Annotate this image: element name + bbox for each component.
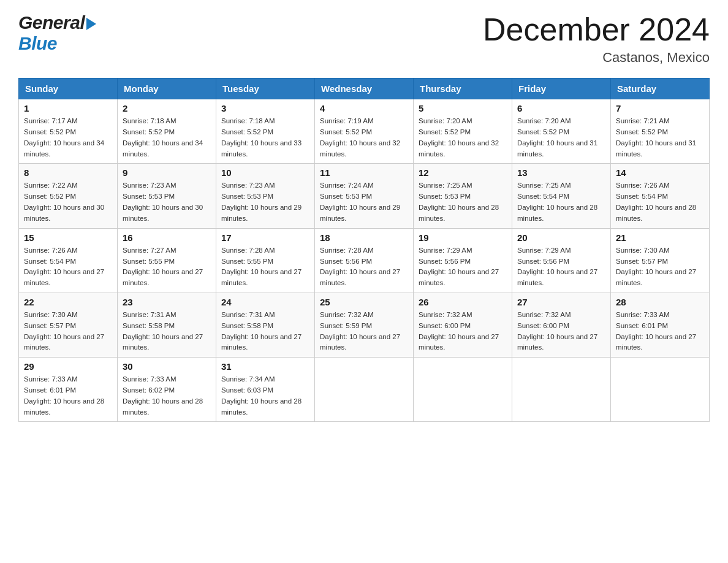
day-info: Sunrise: 7:34 AMSunset: 6:03 PMDaylight:…: [221, 374, 309, 418]
calendar-cell: 15Sunrise: 7:26 AMSunset: 5:54 PMDayligh…: [19, 228, 118, 293]
calendar-cell: 23Sunrise: 7:31 AMSunset: 5:58 PMDayligh…: [118, 293, 216, 357]
day-info: Sunrise: 7:23 AMSunset: 5:53 PMDaylight:…: [221, 180, 309, 224]
day-number: 28: [616, 297, 704, 307]
day-number: 17: [221, 232, 309, 243]
day-info: Sunrise: 7:31 AMSunset: 5:58 PMDaylight:…: [123, 310, 211, 353]
calendar-cell: 5Sunrise: 7:20 AMSunset: 5:52 PMDaylight…: [414, 99, 512, 164]
calendar-week-row: 29Sunrise: 7:33 AMSunset: 6:01 PMDayligh…: [19, 358, 710, 422]
calendar-cell: 17Sunrise: 7:28 AMSunset: 5:55 PMDayligh…: [216, 228, 315, 293]
day-number: 26: [419, 297, 507, 307]
day-number: 19: [419, 232, 507, 243]
calendar-cell: 19Sunrise: 7:29 AMSunset: 5:56 PMDayligh…: [414, 228, 512, 293]
calendar-cell: 11Sunrise: 7:24 AMSunset: 5:53 PMDayligh…: [315, 164, 414, 228]
title-section: December 2024 Castanos, Mexico: [483, 12, 710, 66]
month-title: December 2024: [483, 12, 710, 47]
day-info: Sunrise: 7:21 AMSunset: 5:52 PMDaylight:…: [616, 116, 704, 159]
day-info: Sunrise: 7:26 AMSunset: 5:54 PMDaylight:…: [616, 180, 704, 224]
day-info: Sunrise: 7:32 AMSunset: 6:00 PMDaylight:…: [517, 310, 605, 353]
day-number: 11: [320, 167, 408, 178]
calendar-header-row: Sunday Monday Tuesday Wednesday Thursday…: [19, 79, 710, 99]
col-thursday: Thursday: [414, 79, 512, 99]
day-number: 7: [616, 103, 704, 113]
day-number: 6: [517, 103, 605, 113]
day-info: Sunrise: 7:28 AMSunset: 5:56 PMDaylight:…: [320, 245, 408, 289]
calendar-cell: 28Sunrise: 7:33 AMSunset: 6:01 PMDayligh…: [611, 293, 710, 357]
calendar-cell: 10Sunrise: 7:23 AMSunset: 5:53 PMDayligh…: [216, 164, 315, 228]
calendar-cell: [315, 358, 414, 422]
day-number: 13: [517, 167, 605, 178]
day-number: 31: [221, 361, 309, 372]
col-monday: Monday: [118, 79, 216, 99]
logo-arrow-icon: [86, 18, 96, 30]
day-info: Sunrise: 7:27 AMSunset: 5:55 PMDaylight:…: [123, 245, 211, 289]
day-number: 25: [320, 297, 408, 307]
day-info: Sunrise: 7:22 AMSunset: 5:52 PMDaylight:…: [24, 180, 112, 224]
day-info: Sunrise: 7:25 AMSunset: 5:53 PMDaylight:…: [419, 180, 507, 224]
calendar-week-row: 22Sunrise: 7:30 AMSunset: 5:57 PMDayligh…: [19, 293, 710, 357]
calendar-cell: 9Sunrise: 7:23 AMSunset: 5:53 PMDaylight…: [118, 164, 216, 228]
calendar-cell: 20Sunrise: 7:29 AMSunset: 5:56 PMDayligh…: [512, 228, 611, 293]
calendar-cell: 16Sunrise: 7:27 AMSunset: 5:55 PMDayligh…: [118, 228, 216, 293]
day-number: 24: [221, 297, 309, 307]
day-number: 4: [320, 103, 408, 113]
calendar-cell: 13Sunrise: 7:25 AMSunset: 5:54 PMDayligh…: [512, 164, 611, 228]
logo-line: General: [18, 12, 96, 33]
day-info: Sunrise: 7:29 AMSunset: 5:56 PMDaylight:…: [419, 245, 507, 289]
day-number: 21: [616, 232, 704, 243]
day-number: 18: [320, 232, 408, 243]
logo: General Blue: [18, 12, 96, 54]
calendar-week-row: 8Sunrise: 7:22 AMSunset: 5:52 PMDaylight…: [19, 164, 710, 228]
calendar-cell: 2Sunrise: 7:18 AMSunset: 5:52 PMDaylight…: [118, 99, 216, 164]
col-wednesday: Wednesday: [315, 79, 414, 99]
calendar-cell: 31Sunrise: 7:34 AMSunset: 6:03 PMDayligh…: [216, 358, 315, 422]
day-number: 1: [24, 103, 112, 113]
day-info: Sunrise: 7:20 AMSunset: 5:52 PMDaylight:…: [517, 116, 605, 159]
day-number: 30: [123, 361, 211, 372]
day-number: 10: [221, 167, 309, 178]
day-info: Sunrise: 7:25 AMSunset: 5:54 PMDaylight:…: [517, 180, 605, 224]
col-friday: Friday: [512, 79, 611, 99]
day-number: 27: [517, 297, 605, 307]
day-info: Sunrise: 7:33 AMSunset: 6:02 PMDaylight:…: [123, 374, 211, 418]
calendar-cell: 25Sunrise: 7:32 AMSunset: 5:59 PMDayligh…: [315, 293, 414, 357]
day-info: Sunrise: 7:33 AMSunset: 6:01 PMDaylight:…: [616, 310, 704, 353]
calendar-cell: 7Sunrise: 7:21 AMSunset: 5:52 PMDaylight…: [611, 99, 710, 164]
calendar-table: Sunday Monday Tuesday Wednesday Thursday…: [18, 78, 710, 422]
calendar-cell: 1Sunrise: 7:17 AMSunset: 5:52 PMDaylight…: [19, 99, 118, 164]
day-info: Sunrise: 7:31 AMSunset: 5:58 PMDaylight:…: [221, 310, 309, 353]
calendar-cell: [512, 358, 611, 422]
day-number: 22: [24, 297, 112, 307]
calendar-week-row: 15Sunrise: 7:26 AMSunset: 5:54 PMDayligh…: [19, 228, 710, 293]
day-info: Sunrise: 7:32 AMSunset: 5:59 PMDaylight:…: [320, 310, 408, 353]
day-number: 8: [24, 167, 112, 178]
calendar-cell: 3Sunrise: 7:18 AMSunset: 5:52 PMDaylight…: [216, 99, 315, 164]
day-number: 29: [24, 361, 112, 372]
calendar-cell: 18Sunrise: 7:28 AMSunset: 5:56 PMDayligh…: [315, 228, 414, 293]
calendar-cell: 4Sunrise: 7:19 AMSunset: 5:52 PMDaylight…: [315, 99, 414, 164]
location-text: Castanos, Mexico: [483, 50, 710, 66]
day-info: Sunrise: 7:30 AMSunset: 5:57 PMDaylight:…: [616, 245, 704, 289]
calendar-cell: 8Sunrise: 7:22 AMSunset: 5:52 PMDaylight…: [19, 164, 118, 228]
day-info: Sunrise: 7:18 AMSunset: 5:52 PMDaylight:…: [123, 116, 211, 159]
calendar-cell: 21Sunrise: 7:30 AMSunset: 5:57 PMDayligh…: [611, 228, 710, 293]
day-info: Sunrise: 7:18 AMSunset: 5:52 PMDaylight:…: [221, 116, 309, 159]
day-number: 5: [419, 103, 507, 113]
calendar-week-row: 1Sunrise: 7:17 AMSunset: 5:52 PMDaylight…: [19, 99, 710, 164]
day-number: 20: [517, 232, 605, 243]
calendar-cell: 24Sunrise: 7:31 AMSunset: 5:58 PMDayligh…: [216, 293, 315, 357]
calendar-cell: [611, 358, 710, 422]
col-sunday: Sunday: [19, 79, 118, 99]
day-number: 2: [123, 103, 211, 113]
day-info: Sunrise: 7:24 AMSunset: 5:53 PMDaylight:…: [320, 180, 408, 224]
col-tuesday: Tuesday: [216, 79, 315, 99]
day-number: 14: [616, 167, 704, 178]
day-number: 15: [24, 232, 112, 243]
logo-general-text: General: [18, 12, 85, 33]
day-info: Sunrise: 7:26 AMSunset: 5:54 PMDaylight:…: [24, 245, 112, 289]
day-info: Sunrise: 7:33 AMSunset: 6:01 PMDaylight:…: [24, 374, 112, 418]
day-number: 16: [123, 232, 211, 243]
day-number: 23: [123, 297, 211, 307]
day-info: Sunrise: 7:23 AMSunset: 5:53 PMDaylight:…: [123, 180, 211, 224]
logo-blue-line: Blue: [18, 33, 57, 54]
day-number: 9: [123, 167, 211, 178]
